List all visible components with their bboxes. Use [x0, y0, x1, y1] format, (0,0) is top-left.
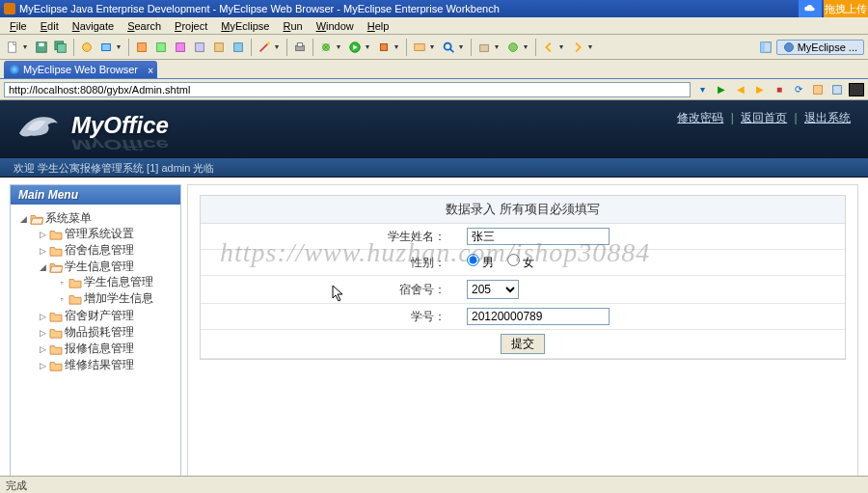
label-sid: 学号：: [201, 304, 461, 330]
sidebar-title: Main Menu: [11, 185, 180, 205]
folder-icon: [49, 327, 63, 339]
title-bar: MyEclipse Java Enterprise Development - …: [0, 0, 868, 17]
svg-point-5: [83, 42, 92, 51]
stop-button[interactable]: ■: [772, 82, 787, 97]
cloud-button[interactable]: [799, 0, 822, 17]
tree-item[interactable]: ▷物品损耗管理: [38, 325, 176, 340]
input-student-id[interactable]: [467, 308, 610, 325]
tool-b[interactable]: [152, 39, 170, 56]
tree-item[interactable]: ▷报修信息管理: [38, 342, 176, 356]
run-button[interactable]: [346, 39, 364, 56]
svg-rect-0: [9, 41, 16, 52]
expand-icon[interactable]: ▷: [38, 344, 47, 354]
radio-male[interactable]: [467, 254, 479, 266]
bird-logo-icon: [15, 106, 62, 145]
home-button[interactable]: [829, 82, 845, 97]
wizard-button[interactable]: [256, 39, 273, 56]
tree-item[interactable]: ▷宿舍信息管理: [38, 243, 176, 258]
expand-icon[interactable]: ▷: [38, 312, 47, 321]
input-student-name[interactable]: [467, 228, 610, 245]
tree-item[interactable]: ▷管理系统设置: [38, 227, 176, 241]
folder-open-icon: [49, 261, 63, 273]
go-button[interactable]: ▶: [714, 82, 729, 97]
link-change-password[interactable]: 修改密码: [677, 111, 723, 124]
link-back-home[interactable]: 返回首页: [741, 111, 787, 124]
expand-icon[interactable]: ▷: [38, 361, 47, 370]
new-pkg-button[interactable]: [475, 39, 493, 56]
menu-help[interactable]: Help: [362, 19, 395, 33]
refresh-button[interactable]: ⟳: [791, 82, 806, 97]
svg-rect-2: [39, 42, 43, 46]
address-bar: ▾ ▶ ◀ ▶ ■ ⟳: [0, 79, 868, 100]
select-dorm[interactable]: 205: [467, 280, 519, 299]
server-button[interactable]: [97, 39, 115, 56]
leaf-icon: ▫: [57, 294, 67, 304]
collapse-icon[interactable]: ◢: [18, 214, 28, 224]
expand-icon[interactable]: ▷: [38, 328, 47, 338]
menu-project[interactable]: Project: [169, 19, 213, 33]
fav-button[interactable]: [810, 82, 826, 97]
tab-browser[interactable]: MyEclipse Web Browser ×: [4, 61, 157, 78]
tree-item[interactable]: ▫学生信息管理: [57, 275, 176, 289]
menu-navigate[interactable]: Navigate: [67, 19, 120, 33]
expand-icon[interactable]: ▷: [38, 230, 47, 239]
tree-item-student-info[interactable]: ◢学生信息管理: [38, 260, 176, 274]
new-button[interactable]: [4, 39, 21, 56]
nav-back[interactable]: ◀: [733, 82, 748, 97]
save-all-button[interactable]: [52, 39, 69, 56]
tool-e[interactable]: [210, 39, 228, 56]
submit-button[interactable]: 提交: [501, 334, 545, 354]
globe-icon: [10, 65, 19, 74]
link-exit-system[interactable]: 退出系统: [804, 111, 851, 124]
tree-root-label: 系统菜单: [45, 210, 92, 227]
svg-rect-21: [480, 44, 489, 51]
svg-point-22: [509, 42, 518, 51]
url-input[interactable]: [4, 82, 691, 97]
collapse-icon[interactable]: ◢: [38, 262, 47, 272]
fullscreen-button[interactable]: [849, 83, 864, 96]
tool-a[interactable]: [133, 39, 150, 56]
open-perspective-button[interactable]: [757, 39, 774, 56]
new-class-button[interactable]: [504, 39, 522, 56]
tree-item-label: 物品损耗管理: [65, 324, 134, 341]
tree-root[interactable]: ◢ 系统菜单: [18, 211, 176, 226]
tree-item[interactable]: ▫增加学生信息: [57, 291, 176, 306]
nav-forward[interactable]: ▶: [752, 82, 768, 97]
save-button[interactable]: [33, 39, 50, 56]
search-button[interactable]: [440, 39, 457, 56]
print-button[interactable]: [291, 39, 309, 56]
ext-tools-button[interactable]: [375, 39, 393, 56]
back-button[interactable]: [540, 39, 557, 56]
menu-search[interactable]: Search: [122, 19, 167, 33]
tool-c[interactable]: [172, 39, 189, 56]
menu-edit[interactable]: Edit: [35, 19, 65, 33]
forward-button[interactable]: [569, 39, 586, 56]
perspective-myeclipse[interactable]: MyEclipse ...: [776, 40, 864, 55]
url-dropdown[interactable]: ▾: [694, 82, 710, 97]
tool-f[interactable]: [230, 39, 247, 56]
menu-file[interactable]: File: [4, 19, 33, 33]
folder-icon: [68, 293, 82, 305]
expand-icon[interactable]: ▷: [38, 246, 47, 256]
perspective-label: MyEclipse ...: [798, 41, 857, 53]
open-type-button[interactable]: [411, 39, 428, 56]
radio-female[interactable]: [507, 254, 520, 266]
tree-item[interactable]: ▷维修结果管理: [38, 358, 176, 372]
svg-rect-10: [196, 42, 204, 51]
tool-d[interactable]: [191, 39, 208, 56]
svg-rect-11: [215, 42, 224, 51]
svg-rect-15: [297, 42, 302, 46]
close-icon[interactable]: ×: [148, 63, 153, 80]
upload-label[interactable]: 拖拽上传: [824, 0, 868, 17]
debug-button[interactable]: [317, 39, 335, 56]
menu-myeclipse[interactable]: MyEclipse: [215, 19, 275, 33]
radio-male-label: 男: [482, 256, 494, 269]
menu-window[interactable]: Window: [311, 19, 360, 33]
tree-item[interactable]: ▷宿舍财产管理: [38, 309, 176, 323]
radio-female-wrap[interactable]: 女: [507, 256, 534, 269]
tree-item-label: 学生信息管理: [84, 274, 153, 290]
deploy-button[interactable]: [78, 39, 95, 56]
radio-male-wrap[interactable]: 男: [467, 256, 494, 269]
menu-run[interactable]: Run: [277, 19, 308, 33]
label-gender: 性别：: [201, 250, 461, 276]
